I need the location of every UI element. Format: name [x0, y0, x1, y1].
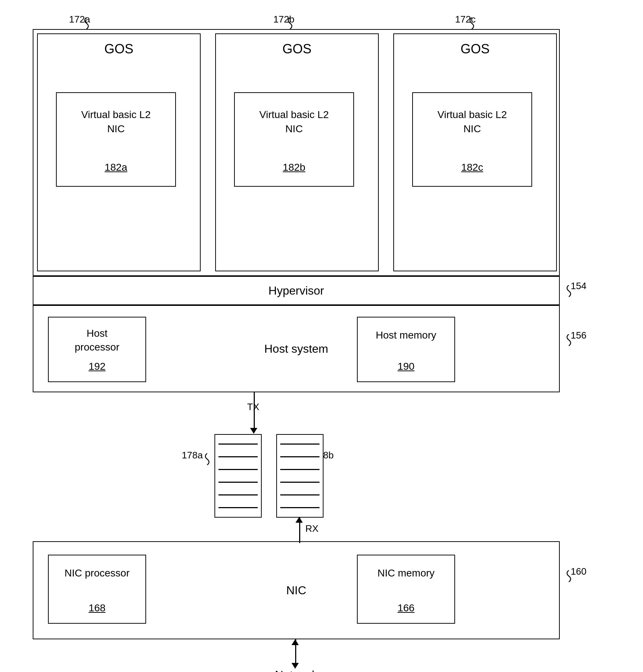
nic-memory-label: NIC memory [358, 566, 454, 580]
diagram-container: 172a 172b 172c GOS Virtual basic L2NIC 1… [22, 11, 603, 657]
vnic-label-2: Virtual basic L2NIC [235, 108, 353, 136]
queue-line [280, 456, 319, 457]
network-arrowhead-up [292, 639, 299, 645]
queue-178a [214, 434, 262, 518]
rx-to-host-line [299, 536, 300, 543]
queue-line [280, 469, 319, 470]
host-memory-box: Host memory 190 [357, 317, 455, 382]
ref-172c: 172c [455, 14, 475, 25]
vnic-ref-3: 182c [413, 162, 531, 173]
host-system-box: Host system Hostprocessor 192 Host memor… [33, 305, 560, 392]
queue-line [280, 507, 319, 508]
rx-arrowhead [296, 517, 303, 523]
host-processor-box: Hostprocessor 192 [48, 317, 146, 382]
vnic-box-3: Virtual basic L2NIC 182c [412, 92, 532, 187]
queue-178b-lines [277, 435, 323, 517]
rx-label: RX [305, 523, 318, 534]
gos-box-1: GOS Virtual basic L2NIC 182a [37, 33, 201, 271]
gos-label-1: GOS [38, 41, 200, 57]
nic-processor-ref: 168 [49, 602, 145, 614]
network-arrowhead-down [292, 663, 299, 669]
network-label: Network [254, 668, 338, 672]
gos-container: GOS Virtual basic L2NIC 182a GOS Virtual… [33, 29, 560, 276]
queue-line [218, 507, 257, 508]
vnic-ref-2: 182b [235, 162, 353, 173]
vnic-label-1: Virtual basic L2NIC [57, 108, 175, 136]
tx-arrowhead [250, 428, 257, 434]
gos-box-2: GOS Virtual basic L2NIC 182b [215, 33, 379, 271]
vnic-box-1: Virtual basic L2NIC 182a [56, 92, 176, 187]
queue-line [280, 444, 319, 445]
queue-line [218, 494, 257, 495]
tx-arrow-line [254, 410, 255, 429]
queue-line [218, 469, 257, 470]
nic-processor-label: NIC processor [49, 566, 145, 580]
nic-box: NIC NIC processor 168 NIC memory 166 [33, 541, 560, 639]
ref-178a: 178a [182, 450, 203, 461]
host-memory-ref: 190 [358, 361, 454, 372]
vnic-label-3: Virtual basic L2NIC [413, 108, 531, 136]
ref-160: 160 [571, 566, 586, 577]
queue-line [280, 494, 319, 495]
gos-label-3: GOS [394, 41, 556, 57]
host-to-tx-line [254, 392, 255, 412]
queue-line [218, 456, 257, 457]
vnic-ref-1: 182a [57, 162, 175, 173]
host-memory-label: Host memory [358, 328, 454, 342]
nic-memory-box: NIC memory 166 [357, 555, 455, 624]
nic-processor-box: NIC processor 168 [48, 555, 146, 624]
queue-line [280, 482, 319, 483]
vnic-box-2: Virtual basic L2NIC 182b [234, 92, 354, 187]
tx-label: TX [247, 401, 259, 413]
ref-172a: 172a [69, 14, 90, 25]
ref-156: 156 [571, 330, 586, 341]
hypervisor-box: Hypervisor [33, 276, 560, 305]
ref-154: 154 [571, 280, 586, 292]
hypervisor-label: Hypervisor [33, 277, 559, 304]
gos-label-2: GOS [216, 41, 378, 57]
nic-memory-ref: 166 [358, 602, 454, 614]
host-processor-ref: 192 [49, 361, 145, 372]
queue-178a-lines [215, 435, 261, 517]
queue-line [218, 482, 257, 483]
queue-line [218, 444, 257, 445]
ref-172b: 172b [273, 14, 294, 25]
host-processor-label: Hostprocessor [49, 327, 145, 354]
queue-178b [276, 434, 323, 518]
gos-box-3: GOS Virtual basic L2NIC 182c [393, 33, 557, 271]
